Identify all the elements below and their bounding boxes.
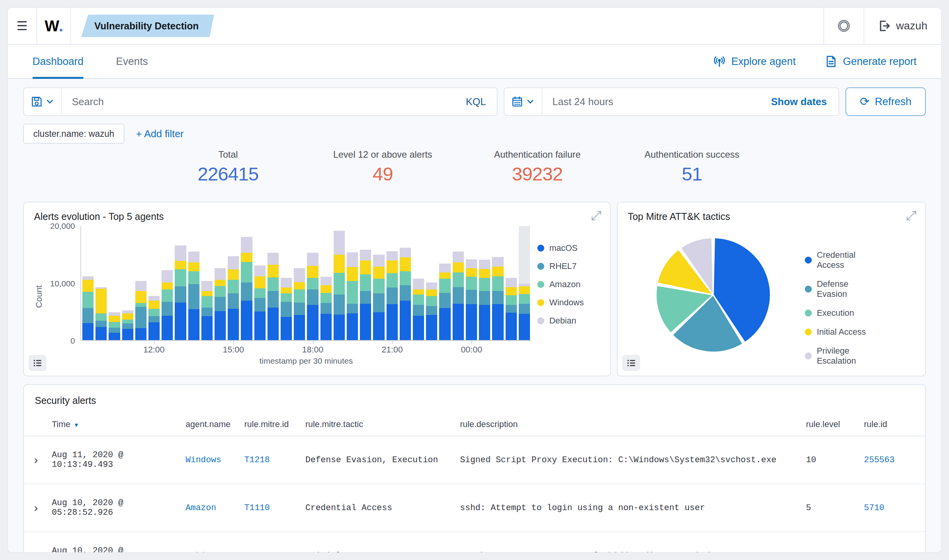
bar-15:30[interactable] <box>241 226 252 340</box>
antenna-icon <box>713 55 726 68</box>
column-header-time[interactable]: Time▼ <box>47 415 181 436</box>
bar-22:30[interactable] <box>426 226 437 340</box>
legend-label: Windows <box>549 298 584 308</box>
legend-item-amazon[interactable]: Amazon <box>537 279 600 289</box>
stat-value[interactable]: 39232 <box>460 163 615 185</box>
bar-22:00[interactable] <box>413 226 424 340</box>
bar-21:30[interactable] <box>400 226 411 340</box>
search-input[interactable] <box>62 96 455 108</box>
bar-13:30[interactable] <box>188 226 199 340</box>
add-filter-button[interactable]: + Add filter <box>136 128 184 140</box>
legend-item-rhel7[interactable]: RHEL7 <box>537 261 600 271</box>
bar-17:30[interactable] <box>294 226 305 340</box>
expand-icon[interactable]: ⤢ <box>906 209 917 222</box>
cell-rule-id-link[interactable]: 255563 <box>864 455 894 465</box>
cell-agent-name-link[interactable]: Amazon <box>186 503 216 513</box>
bar-01:00[interactable] <box>492 226 503 340</box>
column-header-rule-mitre-tactic[interactable]: rule.mitre.tactic <box>301 415 455 436</box>
bar-14:00[interactable] <box>201 226 213 340</box>
quick-select-button[interactable] <box>504 88 542 115</box>
cell-rule-mitre-id-link[interactable]: T1218 <box>244 455 270 465</box>
bar-segment-macos <box>135 328 147 340</box>
column-header-rule-id[interactable]: rule.id <box>859 415 925 436</box>
tab-dashboard[interactable]: Dashboard <box>32 45 83 78</box>
legend-item-execution[interactable]: Execution <box>805 308 867 318</box>
column-header-rule-description[interactable]: rule.description <box>455 415 801 436</box>
legend-item-debian[interactable]: Debian <box>537 316 600 326</box>
tab-events[interactable]: Events <box>116 45 148 78</box>
bar-11:00[interactable] <box>122 226 133 340</box>
bar-10:30[interactable] <box>109 226 120 340</box>
column-header-rule-level[interactable]: rule.level <box>801 415 859 436</box>
legend-item-initial-access[interactable]: Initial Access <box>805 327 867 337</box>
wazuh-logo[interactable]: W. <box>37 8 71 44</box>
logout-button[interactable]: wazuh <box>864 8 941 44</box>
cell-agent-name-link[interactable]: Debian <box>186 551 216 553</box>
bar-17:00[interactable] <box>281 226 292 340</box>
bar-16:00[interactable] <box>254 226 266 340</box>
bar-00:30[interactable] <box>479 226 490 340</box>
bar-12:00[interactable] <box>148 226 160 340</box>
menu-button[interactable]: ☰ <box>8 8 37 44</box>
expand-icon[interactable]: ⤢ <box>591 209 601 222</box>
bar-11:30[interactable] <box>135 226 147 340</box>
bar-21:00[interactable] <box>387 226 398 340</box>
bar-20:00[interactable] <box>360 226 371 340</box>
table-header-row: Time▼agent.namerule.mitre.idrule.mitre.t… <box>24 415 925 436</box>
bar-19:00[interactable] <box>334 226 345 340</box>
legend-swatch <box>537 263 544 270</box>
cell-rule-mitre-id-link[interactable]: T1190 <box>244 551 270 553</box>
bar-segment-debian <box>439 264 450 272</box>
bar-segment-rhel7 <box>466 290 477 304</box>
cell-time: Aug 11, 2020 @ 10:13:49.493 <box>47 436 181 484</box>
bar-20:30[interactable] <box>373 226 384 340</box>
legend-item-credential-access[interactable]: Credential Access <box>805 250 867 270</box>
bar-18:00[interactable] <box>307 226 318 340</box>
bar-02:00[interactable] <box>519 226 530 340</box>
bar-19:30[interactable] <box>347 226 358 340</box>
time-range-value[interactable]: Last 24 hours <box>542 96 771 108</box>
generate-report-button[interactable]: Generate report <box>825 55 917 68</box>
show-dates-button[interactable]: Show dates <box>771 96 838 108</box>
module-tab[interactable]: Vulnerability Detection <box>81 15 214 37</box>
legend-item-defense-evasion[interactable]: Defense Evasion <box>805 279 867 299</box>
bar-23:30[interactable] <box>453 226 464 340</box>
legend-item-windows[interactable]: Windows <box>537 298 600 308</box>
bar-09:30[interactable] <box>82 226 94 340</box>
bar-16:30[interactable] <box>267 226 279 340</box>
row-expand-button[interactable]: › <box>24 532 47 552</box>
legend-toggle-button[interactable] <box>29 355 46 371</box>
stat-value[interactable]: 49 <box>305 163 460 185</box>
bar-00:00[interactable] <box>466 226 477 340</box>
explore-agent-button[interactable]: Explore agent <box>713 55 796 68</box>
bar-segment-macos <box>320 314 332 340</box>
kql-selector[interactable]: KQL <box>455 88 497 115</box>
bar-01:30[interactable] <box>506 226 517 340</box>
stat-value[interactable]: 226415 <box>151 163 305 185</box>
bar-15:00[interactable] <box>228 226 239 340</box>
stat-level-12-or-above-alerts: Level 12 or above alerts49 <box>305 149 460 192</box>
legend-item-privilege-escalation[interactable]: Privilege Escalation <box>805 346 867 366</box>
bar-18:30[interactable] <box>320 226 332 340</box>
bar-14:30[interactable] <box>215 226 226 340</box>
row-expand-button[interactable]: › <box>24 484 47 532</box>
app-status-button[interactable] <box>823 8 864 44</box>
bar-13:00[interactable] <box>175 226 186 340</box>
bar-23:00[interactable] <box>439 226 450 340</box>
column-header-agent-name[interactable]: agent.name <box>181 415 240 436</box>
row-expand-button[interactable]: › <box>24 436 47 484</box>
stat-value[interactable]: 51 <box>615 163 769 185</box>
cell-rule-id-link[interactable]: 5710 <box>864 503 884 513</box>
cell-rule-id-link[interactable]: 30306 <box>864 551 889 553</box>
filter-chip[interactable]: cluster.name: wazuh <box>23 124 124 144</box>
bar-12:30[interactable] <box>162 226 173 340</box>
saved-queries-button[interactable] <box>24 88 62 115</box>
bar-10:00[interactable] <box>95 226 107 340</box>
refresh-button[interactable]: ⟳ Refresh <box>845 87 926 116</box>
cell-rule-mitre-id-link[interactable]: T1110 <box>244 503 270 513</box>
bar-segment-amazon <box>466 277 477 290</box>
column-header-rule-mitre-id[interactable]: rule.mitre.id <box>240 415 301 436</box>
legend-toggle-button[interactable] <box>622 355 640 371</box>
cell-agent-name-link[interactable]: Windows <box>186 455 221 465</box>
legend-item-macos[interactable]: macOS <box>537 243 600 253</box>
